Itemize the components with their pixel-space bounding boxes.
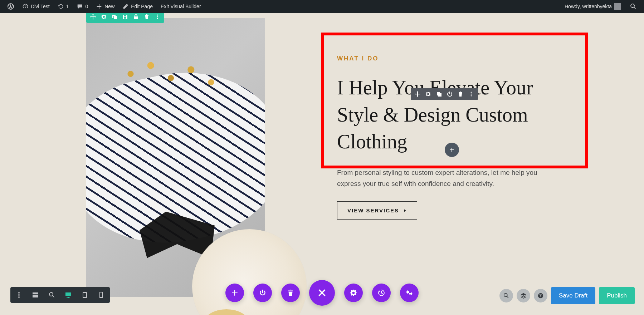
portability-button[interactable] [400, 284, 419, 302]
dashboard-icon [22, 3, 29, 10]
svg-point-1 [157, 16, 158, 18]
page-settings-button[interactable] [344, 284, 363, 302]
howdy-text: Howdy, writtenbyekta [565, 4, 612, 9]
page-canvas: WHAT I DO I Help You Elevate Your Style … [0, 13, 644, 315]
pencil-icon [122, 3, 129, 10]
history-button[interactable] [372, 284, 391, 302]
svg-point-8 [18, 296, 20, 298]
exit-visual-builder-link[interactable]: Exit Visual Builder [157, 0, 205, 13]
row-more-button[interactable] [153, 12, 162, 21]
new-link[interactable]: New [92, 0, 118, 13]
builder-action-bar [225, 280, 419, 306]
site-name-link[interactable]: Divi Test [19, 0, 53, 13]
module-move-handle[interactable] [414, 90, 421, 98]
save-draft-button[interactable]: Save Draft [551, 287, 595, 304]
close-builder-button[interactable] [309, 280, 335, 306]
svg-point-2 [157, 18, 158, 19]
wp-logo[interactable] [4, 0, 18, 13]
zoom-view-button[interactable] [47, 290, 57, 300]
howdy-user-link[interactable]: Howdy, writtenbyekta [561, 0, 625, 13]
admin-search[interactable] [626, 0, 640, 13]
module-toolbar [411, 88, 478, 100]
row-move-handle[interactable] [88, 12, 98, 21]
updates-link[interactable]: 1 [54, 0, 73, 13]
row-delete-button[interactable] [142, 12, 151, 21]
builder-view-bar [10, 287, 110, 303]
site-name-text: Divi Test [31, 4, 50, 9]
search-layers-button[interactable] [499, 289, 513, 302]
publish-button[interactable]: Publish [599, 287, 635, 304]
svg-point-5 [471, 95, 472, 97]
module-duplicate-button[interactable] [435, 90, 443, 98]
wordpress-icon [7, 3, 14, 10]
module-more-button[interactable] [467, 90, 475, 98]
builder-menu-button[interactable] [14, 290, 24, 300]
view-services-button[interactable]: VIEW SERVICES [337, 201, 417, 220]
plus-icon [96, 3, 102, 10]
module-settings-button[interactable] [424, 90, 432, 98]
hero-image-decoration [104, 40, 238, 124]
tablet-view-button[interactable] [80, 290, 90, 300]
edit-page-link[interactable]: Edit Page [119, 0, 156, 13]
text-column: WHAT I DO I Help You Elevate Your Style … [337, 55, 570, 220]
comment-icon [77, 3, 83, 10]
phone-view-button[interactable] [96, 290, 106, 300]
row-save-button[interactable] [121, 12, 130, 21]
search-icon [630, 3, 637, 10]
body-text[interactable]: From personal styling to custom expert a… [337, 167, 552, 190]
add-section-button[interactable] [225, 284, 244, 302]
row-settings-button[interactable] [99, 12, 108, 21]
svg-point-4 [471, 94, 472, 95]
edit-page-label: Edit Page [131, 4, 153, 9]
eyebrow-text[interactable]: WHAT I DO [337, 55, 570, 62]
chevron-right-icon [403, 209, 407, 212]
updates-count: 1 [66, 4, 69, 9]
wireframe-view-button[interactable] [30, 290, 40, 300]
row-duplicate-button[interactable] [110, 12, 119, 21]
exit-vb-label: Exit Visual Builder [161, 4, 201, 9]
svg-point-3 [471, 92, 472, 93]
new-label: New [104, 4, 114, 9]
add-module-button[interactable] [445, 143, 459, 157]
comments-link[interactable]: 0 [73, 0, 92, 13]
layers-button[interactable] [517, 289, 530, 302]
avatar [614, 3, 621, 10]
plus-icon [449, 147, 455, 153]
desktop-view-button[interactable] [63, 290, 73, 300]
module-power-button[interactable] [446, 90, 454, 98]
svg-point-0 [157, 15, 158, 16]
row-lock-button[interactable] [131, 12, 141, 21]
comments-count: 0 [85, 4, 88, 9]
clear-layout-button[interactable] [281, 284, 300, 302]
builder-save-cluster: Save Draft Publish [499, 287, 635, 304]
load-layout-button[interactable] [253, 284, 272, 302]
svg-point-6 [18, 292, 20, 294]
module-delete-button[interactable] [457, 90, 464, 98]
refresh-icon [58, 3, 64, 10]
svg-point-7 [18, 294, 20, 296]
cta-label: VIEW SERVICES [347, 207, 399, 213]
wp-admin-bar: Divi Test 1 0 New Edit Page Exit Visual … [0, 0, 644, 13]
help-button[interactable] [534, 289, 547, 302]
